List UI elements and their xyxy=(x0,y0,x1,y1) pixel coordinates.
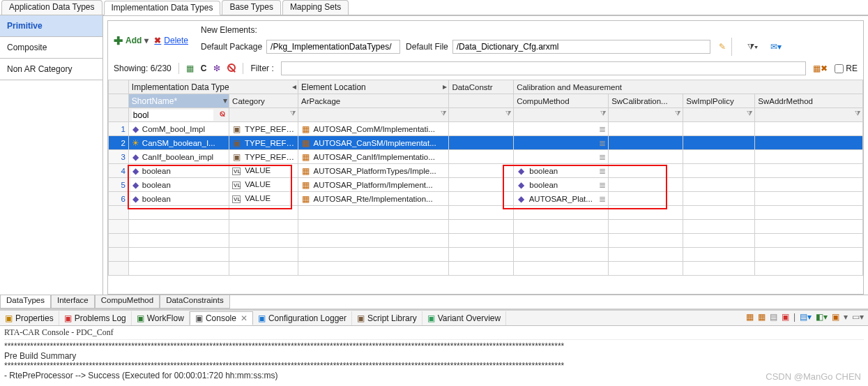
tb-icon[interactable]: ▦ xyxy=(746,312,754,322)
tb-icon[interactable]: ▣ xyxy=(782,312,789,322)
sheet-interface[interactable]: Interface xyxy=(51,295,95,309)
tab-mapping-sets[interactable]: Mapping Sets xyxy=(282,0,349,15)
tab-app-data-types[interactable]: Application Data Types xyxy=(1,0,102,15)
default-package-label: Default Package xyxy=(201,42,262,52)
console-title: RTA-CAR Console - PDC_Conf xyxy=(4,327,864,340)
sheet-datatypes[interactable]: DataTypes xyxy=(0,295,51,309)
sheet-dataconstraints[interactable]: DataConstraints xyxy=(160,295,229,309)
table-row[interactable]: 4◆booleanVL VALUE▦ AUTOSAR_PlatformTypes… xyxy=(109,164,863,178)
globe-icon[interactable]: ❇ xyxy=(213,64,220,73)
table-row[interactable]: 6◆booleanVL VALUE▦ AUTOSAR_Rte/Implement… xyxy=(109,192,863,206)
tb-icon[interactable]: ◧▾ xyxy=(816,312,828,322)
funnel-icon[interactable]: ⧩ xyxy=(675,110,680,118)
new-elements-label: New Elements: xyxy=(201,25,782,35)
funnel-icon[interactable]: ⧩ xyxy=(441,110,446,118)
group-data-constr: DataConstr xyxy=(449,80,514,94)
delete-label: Delete xyxy=(164,36,188,45)
view-tab-variant-overview[interactable]: ▣Variant Overview xyxy=(422,311,506,325)
forbid-icon[interactable] xyxy=(227,64,236,74)
view-tab-icon: ▣ xyxy=(258,313,266,323)
tb-icon[interactable]: ▤ xyxy=(770,312,777,322)
data-grid[interactable]: Implementation Data Type◂ Element Locati… xyxy=(108,80,863,294)
funnel-icon[interactable]: ⧩ xyxy=(855,110,860,118)
col-shortname[interactable]: ShortName*▾ xyxy=(128,94,229,108)
table-row[interactable]: 5◆booleanVL VALUE▦ AUTOSAR_Platform/Impl… xyxy=(109,178,863,192)
table-row[interactable]: 3◆CanIf_boolean_impl▣ TYPE_REFE...▦ AUTO… xyxy=(109,150,863,164)
excel-icon[interactable]: ▦ xyxy=(186,64,194,73)
tab-base-types[interactable]: Base Types xyxy=(222,0,280,15)
nav-primitive[interactable]: Primitive xyxy=(0,15,102,37)
add-button[interactable]: ✚Add▾ xyxy=(114,34,149,47)
group-element-location: Element Location▸ xyxy=(298,80,449,94)
re-label: RE xyxy=(846,64,858,73)
view-tab-icon: ▣ xyxy=(357,313,365,323)
nav-composite[interactable]: Composite xyxy=(0,37,102,59)
sheet-tab-bar: DataTypes Interface CompuMethod DataCons… xyxy=(0,295,868,309)
filter-input[interactable] xyxy=(281,61,807,75)
col-compumethod[interactable]: CompuMethod xyxy=(514,94,609,108)
view-tab-icon: ▣ xyxy=(64,313,72,323)
view-tab-problems-log[interactable]: ▣Problems Log xyxy=(59,311,132,325)
tb-icon[interactable]: ▭▾ xyxy=(852,312,864,322)
funnel-icon[interactable]: ⧩ xyxy=(600,110,606,118)
tab-impl-data-types[interactable]: Implementation Data Types xyxy=(104,1,221,15)
add-dropdown-icon[interactable]: ▾ xyxy=(144,36,149,45)
view-tab-configuration-logger[interactable]: ▣Configuration Logger xyxy=(253,311,352,325)
col-category[interactable]: Category xyxy=(229,94,298,108)
view-tab-icon: ▣ xyxy=(427,313,435,323)
col-swimplpolicy[interactable]: SwImplPolicy xyxy=(683,94,755,108)
console-output: RTA-CAR Console - PDC_Conf *************… xyxy=(0,326,868,386)
funnel-icon[interactable]: ⧩ xyxy=(747,110,752,118)
filter-label: Filter : xyxy=(250,64,273,73)
top-tab-bar: Application Data Types Implementation Da… xyxy=(0,0,868,15)
group-impl-data-type: Implementation Data Type◂ xyxy=(128,80,298,94)
refresh-icon[interactable]: C xyxy=(201,64,207,73)
delete-button[interactable]: ✖Delete xyxy=(154,36,188,45)
tb-icon[interactable]: | xyxy=(793,312,795,322)
tb-icon[interactable]: ▤▾ xyxy=(800,312,812,322)
nav-non-ar[interactable]: Non AR Category xyxy=(0,59,102,80)
close-icon[interactable]: ✕ xyxy=(241,313,248,323)
delete-x-icon: ✖ xyxy=(154,36,161,45)
col-swcalibration[interactable]: SwCalibration... xyxy=(609,94,683,108)
default-file-input[interactable] xyxy=(452,40,710,54)
tb-icon[interactable]: ▦ xyxy=(758,312,766,322)
table-row[interactable]: 1◆ComM_bool_Impl▣ TYPE_REFE...▦ AUTOSAR_… xyxy=(109,122,863,136)
clear-filter-icon[interactable]: ▦✖ xyxy=(813,64,828,73)
view-tab-icon: ▣ xyxy=(195,313,203,323)
main-panel: ✚Add▾ ✖Delete New Elements: Default Pack… xyxy=(103,15,868,295)
showing-label: Showing: 6/230 xyxy=(114,64,172,73)
view-tab-workflow[interactable]: ▣WorkFlow xyxy=(132,311,190,325)
default-file-label: Default File xyxy=(406,42,448,52)
tb-icon[interactable]: ▾ xyxy=(844,312,848,322)
view-tab-icon: ▣ xyxy=(5,313,13,323)
view-tab-console[interactable]: ▣Console✕ xyxy=(190,311,253,325)
re-checkbox[interactable] xyxy=(835,64,844,73)
filter-shortname[interactable] xyxy=(132,110,213,121)
watermark: CSDN @ManGo CHEN xyxy=(766,371,861,382)
sheet-compumethod[interactable]: CompuMethod xyxy=(95,295,160,309)
col-dataconstr[interactable] xyxy=(449,94,514,108)
view-tab-icon: ▣ xyxy=(137,313,144,323)
funnel-icon[interactable]: ⧩ xyxy=(505,110,511,118)
mail-icon[interactable]: ✉▾ xyxy=(770,42,782,52)
funnel-icon[interactable] xyxy=(218,110,227,119)
add-label: Add xyxy=(125,36,142,45)
funnel-icon[interactable]: ⧩ xyxy=(290,110,296,118)
col-swaddrmethod[interactable]: SwAddrMethod xyxy=(755,94,863,108)
view-tab-properties[interactable]: ▣Properties xyxy=(0,311,59,325)
tb-icon[interactable]: ▣ xyxy=(832,312,839,322)
left-nav: Primitive Composite Non AR Category xyxy=(0,15,103,295)
default-package-input[interactable] xyxy=(266,40,400,54)
group-calibration: Calibration and Measurement xyxy=(514,80,863,94)
edit-pencil-icon[interactable]: ✎ xyxy=(719,42,726,52)
table-row[interactable]: 2☀CanSM_boolean_I...▣ TYPE_REFE...▦ AUTO… xyxy=(109,136,863,150)
filter-funnel-icon[interactable]: ⧩▾ xyxy=(747,42,758,52)
view-tab-script-library[interactable]: ▣Script Library xyxy=(352,311,422,325)
col-arpackage[interactable]: ArPackage xyxy=(298,94,449,108)
view-tab-bar: ▣Properties▣Problems Log▣WorkFlow▣Consol… xyxy=(0,311,868,326)
